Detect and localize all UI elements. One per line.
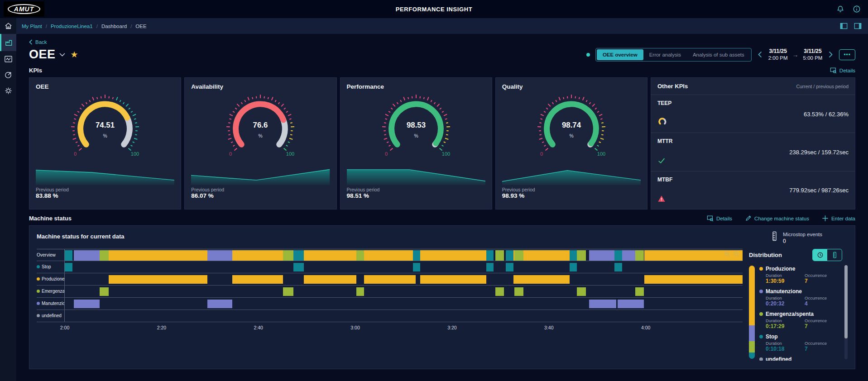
breadcrumb-my-plant[interactable]: My Plant (22, 24, 42, 29)
gantt-bar-stop[interactable] (486, 263, 494, 271)
gantt-bar-produzione[interactable] (513, 275, 570, 284)
gantt-bar-emergenza[interactable] (283, 287, 293, 296)
gantt-bar-stop[interactable] (293, 250, 304, 261)
date-to-time: 5:00 PM (803, 55, 823, 61)
date-range[interactable]: 3/11/25 2:00 PM → 3/11/25 5:00 PM (768, 48, 823, 61)
gantt-bar-emergenza[interactable] (495, 287, 504, 296)
gantt-bar-emergenza[interactable] (514, 287, 523, 296)
gantt-bar-manutenzione[interactable] (589, 300, 616, 308)
kpi-details-button[interactable]: Details (830, 67, 855, 74)
gantt-bar-produzione[interactable] (109, 250, 207, 261)
distribution-stacked-bar (749, 266, 755, 359)
gantt-bar-produzione[interactable] (644, 275, 743, 284)
gantt-bar-produzione[interactable] (364, 250, 416, 261)
gantt-bar-emergenza[interactable] (514, 250, 523, 261)
gantt-bar-stop[interactable] (570, 263, 577, 271)
info-icon[interactable] (853, 5, 861, 13)
toggle-right-panel-icon[interactable] (854, 23, 862, 29)
gantt-bar-manutenzione[interactable] (589, 250, 616, 261)
back-button[interactable]: Back (29, 39, 56, 45)
gantt-bar-manutenzione[interactable] (74, 250, 100, 261)
occurrence-view-button[interactable] (827, 249, 842, 261)
gantt-bar-produzione[interactable] (420, 275, 486, 284)
view-tabs: OEE overview Error analysis Analysis of … (595, 48, 752, 62)
gantt-bar-produzione[interactable] (232, 250, 283, 261)
toggle-left-panel-icon[interactable] (840, 23, 848, 29)
performance-sparkline (347, 166, 485, 185)
gantt-bar-produzione[interactable] (232, 275, 283, 284)
gantt-bar-stop[interactable] (486, 250, 494, 261)
occurrence-value: 7 (805, 323, 848, 329)
other-kpis-card: Other KPIs Current / previous period TEE… (651, 77, 855, 210)
gantt-bar-emergenza[interactable] (577, 250, 585, 261)
gantt-bar-emergenza[interactable] (283, 250, 293, 261)
gantt-track (65, 310, 743, 322)
distribution-scrollbar-thumb[interactable] (844, 265, 848, 338)
distribution-panel: Distribution (749, 249, 848, 361)
gantt-bar-manutenzione[interactable] (207, 250, 232, 261)
sidebar-item-monitoring[interactable] (0, 51, 16, 67)
gantt-bar-stop[interactable] (413, 263, 420, 271)
gantt-bar-stop[interactable] (506, 263, 513, 271)
gantt-bar-stop[interactable] (614, 263, 622, 271)
gantt-bar-stop[interactable] (614, 250, 622, 261)
gantt-bar-emergenza[interactable] (635, 287, 644, 296)
breadcrumb-produzionelinea1[interactable]: ProduzioneLinea1 (51, 24, 93, 29)
notifications-icon[interactable] (836, 5, 844, 13)
sidebar-item-plant[interactable] (0, 34, 16, 51)
category-dot-icon (37, 277, 40, 281)
gantt-bar-manutenzione[interactable] (207, 300, 232, 308)
gantt-bar-manutenzione[interactable] (618, 300, 644, 308)
gantt-bar-produzione[interactable] (364, 275, 416, 284)
gantt-bar-emergenza[interactable] (356, 250, 364, 261)
breadcrumb-dashboard[interactable]: Dashboard (101, 24, 127, 29)
sidebar-item-settings[interactable] (0, 83, 16, 99)
previous-period-chevron-icon[interactable] (757, 51, 763, 58)
next-period-chevron-icon[interactable] (828, 51, 834, 58)
distribution-entry: Emergenza/spentaDurationOccurrence0:17:2… (759, 311, 848, 329)
duration-value: 0:20:32 (766, 300, 805, 307)
sidebar-item-analysis[interactable] (0, 67, 16, 83)
gear-icon (4, 86, 13, 95)
title-dropdown-chevron-icon[interactable] (59, 53, 65, 57)
gantt-bar-produzione[interactable] (304, 250, 356, 261)
gantt-bar-emergenza[interactable] (356, 287, 364, 296)
duration-view-button[interactable] (813, 249, 827, 261)
more-options-button[interactable]: ••• (839, 49, 855, 60)
gauge-icon (657, 116, 667, 126)
change-machine-status-button[interactable]: Change machine status (745, 215, 809, 222)
gantt-bar-produzione[interactable] (420, 250, 486, 261)
gantt-bar-stop[interactable] (570, 250, 577, 261)
enter-data-button[interactable]: Enter data (822, 215, 855, 222)
pencil-icon (745, 215, 752, 222)
gantt-bar-stop[interactable] (413, 250, 420, 261)
zoom-out-icon[interactable] (733, 251, 740, 257)
teep-value: 63.53% / 62.36% (804, 110, 849, 117)
gantt-bar-produzione[interactable] (304, 275, 356, 284)
gantt-bar-emergenza[interactable] (495, 250, 504, 261)
gantt-bar-stop[interactable] (65, 263, 72, 271)
gantt-bar-emergenza[interactable] (635, 250, 644, 261)
gantt-bar-emergenza[interactable] (100, 287, 109, 296)
sidebar-item-home[interactable] (0, 18, 16, 34)
breadcrumb-bar: My Plant / ProduzioneLinea1 / Dashboard … (0, 18, 868, 34)
machine-status-details-button[interactable]: Details (707, 215, 732, 222)
gantt-row: Produzione (37, 273, 743, 286)
previous-period-label: Previous period (502, 187, 641, 192)
distribution-entry: ManutenzioneDurationOccurrence0:20:324 (759, 288, 848, 307)
gantt-bar-produzione[interactable] (109, 275, 207, 284)
gantt-bar-stop[interactable] (293, 263, 304, 271)
sidebar (0, 18, 16, 381)
gantt-bar-manutenzione[interactable] (74, 300, 100, 308)
gantt-bar-emergenza[interactable] (577, 287, 585, 296)
zoom-in-icon[interactable] (724, 251, 730, 257)
favorite-star-icon[interactable]: ★ (71, 49, 78, 60)
gantt-row-label: Produzione (37, 273, 65, 285)
tab-error-analysis[interactable]: Error analysis (643, 49, 687, 60)
gantt-bar-stop[interactable] (65, 250, 72, 261)
gantt-bar-emergenza[interactable] (100, 250, 109, 261)
gantt-bar-stop[interactable] (506, 250, 513, 261)
gantt-row: Stop (37, 261, 743, 273)
tab-analysis-sub-assets[interactable]: Analysis of sub assets (687, 49, 750, 60)
tab-oee-overview[interactable]: OEE overview (597, 49, 643, 60)
